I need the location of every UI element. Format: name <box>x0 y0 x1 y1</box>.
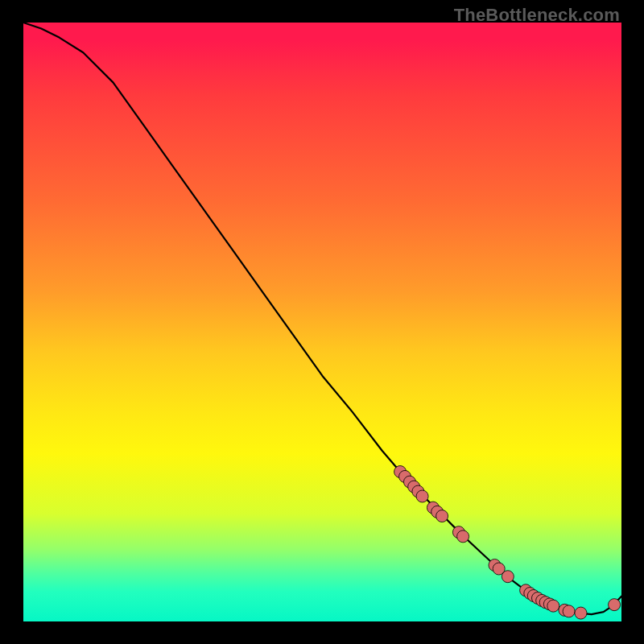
data-dot <box>416 490 428 502</box>
data-dot <box>457 530 469 543</box>
data-dot <box>502 571 514 583</box>
data-dots <box>394 466 621 620</box>
bottleneck-curve <box>23 23 621 614</box>
chart-stage: TheBottleneck.com <box>0 0 644 644</box>
data-dot <box>609 599 621 611</box>
data-dot <box>436 510 448 522</box>
chart-overlay <box>23 23 621 621</box>
data-dot <box>563 605 575 617</box>
data-dot <box>575 607 587 619</box>
data-dot <box>547 600 559 612</box>
